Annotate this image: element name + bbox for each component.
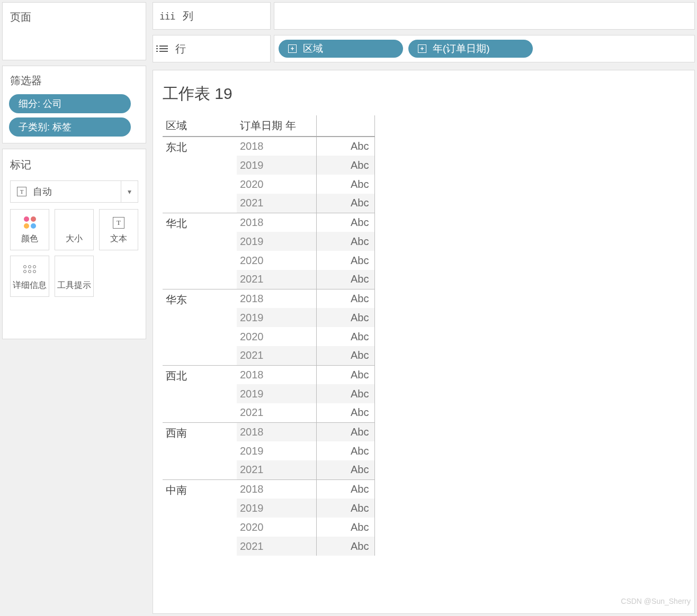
cell-region[interactable]: 中南 — [163, 479, 237, 556]
rows-shelf-label: 行 — [153, 35, 271, 62]
cell-value[interactable]: Abc — [316, 518, 374, 537]
detail-icon — [23, 265, 36, 273]
cell-region[interactable]: 华东 — [163, 289, 237, 365]
marks-title: 标记 — [8, 155, 140, 176]
cell-value[interactable]: Abc — [316, 156, 374, 175]
color-icon — [24, 216, 36, 229]
cell-year[interactable]: 2019 — [237, 441, 316, 460]
cell-year[interactable]: 2018 — [237, 213, 316, 232]
mark-color-card[interactable]: 颜色 — [10, 209, 49, 250]
watermark: CSDN @Sun_Sherry — [621, 597, 691, 605]
rows-icon — [159, 46, 168, 52]
expand-icon: + — [418, 44, 426, 53]
row-pill-year[interactable]: + 年(订单日期) — [408, 40, 533, 58]
cell-year[interactable]: 2019 — [237, 156, 316, 175]
header-region[interactable]: 区域 — [163, 115, 237, 137]
worksheet-title: 工作表 19 — [163, 80, 685, 115]
rows-shelf-content[interactable]: + 区域 + 年(订单日期) — [274, 35, 695, 62]
columns-shelf-content[interactable] — [274, 2, 695, 30]
cell-value[interactable]: Abc — [316, 327, 374, 346]
text-icon: T — [17, 187, 26, 196]
cell-year[interactable]: 2021 — [237, 194, 316, 213]
mark-size-card[interactable]: 大小 — [55, 209, 94, 250]
cell-region[interactable]: 西北 — [163, 365, 237, 422]
cell-value[interactable]: Abc — [316, 537, 374, 556]
cell-value[interactable]: Abc — [316, 175, 374, 194]
cell-value[interactable]: Abc — [316, 213, 374, 232]
expand-icon: + — [288, 44, 297, 53]
row-pill-region[interactable]: + 区域 — [279, 40, 403, 58]
filter-pill-subcategory[interactable]: 子类别: 标签 — [9, 117, 131, 137]
pages-panel: 页面 — [2, 2, 146, 60]
mark-color-label: 颜色 — [21, 233, 38, 244]
cell-year[interactable]: 2021 — [237, 460, 316, 479]
table-row[interactable]: 东北2018Abc — [163, 137, 374, 156]
mark-text-card[interactable]: T 文本 — [99, 209, 138, 250]
cell-value[interactable]: Abc — [316, 270, 374, 289]
mark-tooltip-card[interactable]: 工具提示 — [55, 256, 94, 297]
cell-value[interactable]: Abc — [316, 422, 374, 441]
cell-year[interactable]: 2021 — [237, 403, 316, 422]
row-pill-label: 年(订单日期) — [433, 42, 490, 56]
cell-year[interactable]: 2019 — [237, 384, 316, 403]
mark-type-label: 自动 — [33, 185, 52, 198]
cell-value[interactable]: Abc — [316, 365, 374, 384]
table-row[interactable]: 西北2018Abc — [163, 365, 374, 384]
chevron-down-icon[interactable]: ▾ — [121, 181, 138, 202]
columns-shelf[interactable]: iii 列 — [153, 2, 695, 30]
data-table: 区域 订单日期 年 东北2018Abc2019Abc2020Abc2021Abc… — [163, 115, 375, 556]
cell-region[interactable]: 东北 — [163, 137, 237, 213]
cell-region[interactable]: 华北 — [163, 213, 237, 289]
cell-year[interactable]: 2020 — [237, 251, 316, 270]
header-year[interactable]: 订单日期 年 — [237, 115, 316, 137]
worksheet-view: 工作表 19 区域 订单日期 年 东北2018Abc2019Abc2020Abc… — [153, 70, 695, 614]
cell-value[interactable]: Abc — [316, 232, 374, 251]
filters-panel: 筛选器 细分: 公司 子类别: 标签 — [2, 66, 146, 143]
cell-year[interactable]: 2020 — [237, 175, 316, 194]
cell-value[interactable]: Abc — [316, 346, 374, 365]
mark-size-label: 大小 — [66, 233, 83, 244]
cell-year[interactable]: 2019 — [237, 232, 316, 251]
row-pill-label: 区域 — [303, 42, 323, 56]
cell-year[interactable]: 2018 — [237, 479, 316, 499]
filter-pill-label: 细分: 公司 — [19, 97, 62, 110]
cell-year[interactable]: 2019 — [237, 499, 316, 518]
table-row[interactable]: 西南2018Abc — [163, 422, 374, 441]
cell-value[interactable]: Abc — [316, 289, 374, 308]
cell-year[interactable]: 2021 — [237, 537, 316, 556]
table-row[interactable]: 华东2018Abc — [163, 289, 374, 308]
cell-value[interactable]: Abc — [316, 137, 374, 156]
marks-panel: 标记 T 自动 ▾ 颜色 大小 — [2, 149, 146, 339]
pages-title: 页面 — [8, 7, 140, 29]
header-value — [316, 115, 374, 137]
table-row[interactable]: 中南2018Abc — [163, 479, 374, 499]
cell-value[interactable]: Abc — [316, 441, 374, 460]
cell-value[interactable]: Abc — [316, 384, 374, 403]
cell-year[interactable]: 2021 — [237, 346, 316, 365]
cell-value[interactable]: Abc — [316, 479, 374, 499]
cell-value[interactable]: Abc — [316, 460, 374, 479]
cell-region[interactable]: 西南 — [163, 422, 237, 479]
rows-label-text: 行 — [175, 42, 186, 56]
cell-year[interactable]: 2018 — [237, 365, 316, 384]
cell-year[interactable]: 2021 — [237, 270, 316, 289]
cell-value[interactable]: Abc — [316, 403, 374, 422]
cell-year[interactable]: 2018 — [237, 289, 316, 308]
cell-year[interactable]: 2018 — [237, 422, 316, 441]
mark-detail-card[interactable]: 详细信息 — [10, 256, 49, 297]
mark-tooltip-label: 工具提示 — [57, 280, 91, 291]
table-row[interactable]: 华北2018Abc — [163, 213, 374, 232]
cell-year[interactable]: 2020 — [237, 518, 316, 537]
mark-text-label: 文本 — [110, 233, 127, 244]
cell-value[interactable]: Abc — [316, 499, 374, 518]
columns-label-text: 列 — [183, 9, 193, 23]
cell-year[interactable]: 2018 — [237, 137, 316, 156]
mark-type-selector[interactable]: T 自动 ▾ — [10, 180, 138, 203]
cell-value[interactable]: Abc — [316, 251, 374, 270]
filter-pill-segment[interactable]: 细分: 公司 — [9, 94, 131, 113]
rows-shelf[interactable]: 行 + 区域 + 年(订单日期) — [153, 35, 695, 62]
cell-year[interactable]: 2020 — [237, 327, 316, 346]
cell-year[interactable]: 2019 — [237, 308, 316, 327]
cell-value[interactable]: Abc — [316, 194, 374, 213]
cell-value[interactable]: Abc — [316, 308, 374, 327]
